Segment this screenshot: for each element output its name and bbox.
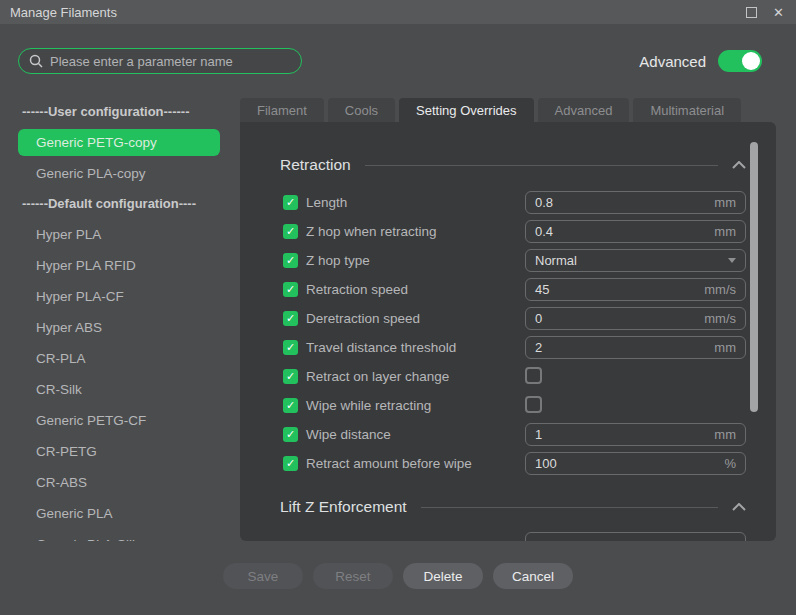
input-value: 100 (535, 456, 724, 471)
sidebar-list: ------User configuration------Generic PE… (0, 97, 240, 541)
sidebar-item-generic-petg-copy[interactable]: Generic PETG-copy (18, 129, 220, 156)
panel-content: Retraction✓Length0.8mm✓Z hop when retrac… (240, 122, 776, 541)
section-header-retraction: Retraction (280, 150, 746, 180)
sidebar-item-hyper-pla[interactable]: Hyper PLA (18, 219, 220, 250)
override-checkbox-checked[interactable]: ✓ (283, 427, 298, 442)
close-button[interactable]: ✕ (773, 6, 784, 19)
override-checkbox-checked[interactable]: ✓ (283, 340, 298, 355)
override-checkbox-checked[interactable]: ✓ (283, 195, 298, 210)
setting-row-travel-distance-threshold: ✓Travel distance threshold2mm (283, 333, 746, 362)
setting-label: Travel distance threshold (306, 333, 456, 362)
override-checkbox-checked[interactable]: ✓ (283, 311, 298, 326)
setting-label: Wipe while retracting (306, 391, 431, 420)
input-unit: mm (714, 427, 736, 442)
titlebar: Manage Filaments ✕ (0, 0, 796, 24)
setting-label: Length (306, 188, 347, 217)
sidebar-item-cr-pla[interactable]: CR-PLA (18, 343, 220, 374)
maximize-button[interactable] (746, 7, 757, 18)
section-title: Lift Z Enforcement (280, 498, 407, 516)
sidebar-item-hyper-abs[interactable]: Hyper ABS (18, 312, 220, 343)
tab-filament[interactable]: Filament (240, 98, 324, 122)
sidebar-item-hyper-pla-rfid[interactable]: Hyper PLA RFID (18, 250, 220, 281)
sidebar-group-header: ------User configuration------ (18, 97, 220, 127)
settings-panel: Retraction✓Length0.8mm✓Z hop when retrac… (240, 122, 776, 541)
value-input[interactable]: 100% (525, 452, 746, 475)
setting-label: Retract on layer change (306, 362, 449, 391)
window-title: Manage Filaments (10, 5, 117, 20)
setting-label: Wipe distance (306, 420, 391, 449)
setting-label: Z hop type (306, 246, 370, 275)
value-input[interactable]: 0.8mm (525, 191, 746, 214)
advanced-toggle[interactable] (718, 50, 762, 72)
input-unit: mm/s (704, 282, 736, 297)
search-icon (29, 54, 43, 68)
input-value: 1 (535, 427, 714, 442)
sidebar-item-generic-pla-silk[interactable]: Generic PLA-Silk (18, 529, 220, 541)
dropdown-select[interactable]: Normal (525, 249, 746, 272)
override-checkbox-checked[interactable]: ✓ (283, 253, 298, 268)
override-checkbox-checked[interactable]: ✓ (283, 224, 298, 239)
tab-setting-overrides[interactable]: Setting Overrides (399, 98, 533, 122)
value-input[interactable]: 0.4mm (525, 220, 746, 243)
sidebar-item-generic-pla[interactable]: Generic PLA (18, 498, 220, 529)
override-checkbox-checked[interactable]: ✓ (283, 456, 298, 471)
value-input[interactable]: 1mm (525, 423, 746, 446)
override-checkbox-checked[interactable]: ✓ (283, 282, 298, 297)
override-checkbox-checked[interactable]: ✓ (283, 398, 298, 413)
scrollbar-thumb[interactable] (750, 142, 758, 412)
input-unit: mm (714, 224, 736, 239)
search-placeholder: Please enter a parameter name (50, 54, 233, 69)
input-value: 45 (535, 282, 704, 297)
advanced-toggle-group: Advanced (639, 50, 762, 72)
input-value: 0.4 (535, 224, 714, 239)
sidebar-group-header: ------Default configuration---- (18, 189, 220, 219)
dropdown-caret-icon (728, 258, 736, 263)
value-input[interactable]: 0mm/s (525, 307, 746, 330)
setting-label: Z hop when retracting (306, 217, 437, 246)
tab-cools[interactable]: Cools (328, 98, 395, 122)
setting-label: Retraction speed (306, 275, 408, 304)
sidebar-item-generic-pla-copy[interactable]: Generic PLA-copy (18, 158, 220, 189)
section-divider (365, 165, 718, 166)
value-input[interactable]: 2mm (525, 336, 746, 359)
sidebar-item-hyper-pla-cf[interactable]: Hyper PLA-CF (18, 281, 220, 312)
window-buttons: ✕ (746, 6, 784, 19)
reset-button: Reset (313, 563, 393, 589)
setting-row-length: ✓Length0.8mm (283, 188, 746, 217)
section-divider (421, 507, 718, 508)
toggle-knob (742, 52, 760, 70)
value-checkbox-unchecked[interactable] (525, 367, 542, 384)
setting-row-retraction-speed: ✓Retraction speed45mm/s (283, 275, 746, 304)
cancel-button[interactable]: Cancel (493, 563, 573, 589)
value-input[interactable]: 45mm/s (525, 278, 746, 301)
override-checkbox-checked[interactable]: ✓ (283, 369, 298, 384)
sidebar-item-cr-silk[interactable]: CR-Silk (18, 374, 220, 405)
sidebar-item-cr-abs[interactable]: CR-ABS (18, 467, 220, 498)
setting-row-wipe-while-retracting: ✓Wipe while retracting (283, 391, 746, 420)
settings-rows: ✓Length0.8mm✓Z hop when retracting0.4mm✓… (283, 188, 746, 478)
tab-multimaterial[interactable]: Multimaterial (633, 98, 741, 122)
input-unit: mm (714, 195, 736, 210)
input-unit: % (724, 456, 736, 471)
value-checkbox-unchecked[interactable] (525, 396, 542, 413)
footer-buttons: SaveResetDeleteCancel (223, 563, 573, 589)
maximize-icon (746, 7, 757, 18)
section-header-lift-z-enforcement: Lift Z Enforcement (280, 492, 746, 522)
setting-row-wipe-distance: ✓Wipe distance1mm (283, 420, 746, 449)
tab-advanced[interactable]: Advanced (538, 98, 630, 122)
setting-row-z-hop-type: ✓Z hop typeNormal (283, 246, 746, 275)
collapse-chevron-icon[interactable] (732, 161, 746, 169)
sidebar-item-cr-petg[interactable]: CR-PETG (18, 436, 220, 467)
input-unit: mm/s (704, 311, 736, 326)
input-value: 2 (535, 340, 714, 355)
collapse-chevron-icon[interactable] (732, 503, 746, 511)
parameter-search-input[interactable]: Please enter a parameter name (18, 48, 302, 74)
delete-button[interactable]: Delete (403, 563, 483, 589)
save-button: Save (223, 563, 303, 589)
setting-row-retract-on-layer-change: ✓Retract on layer change (283, 362, 746, 391)
partial-value-input (525, 532, 746, 541)
sidebar-item-generic-petg-cf[interactable]: Generic PETG-CF (18, 405, 220, 436)
setting-label: Deretraction speed (306, 304, 420, 333)
input-value: 0.8 (535, 195, 714, 210)
setting-label: Retract amount before wipe (306, 449, 472, 478)
